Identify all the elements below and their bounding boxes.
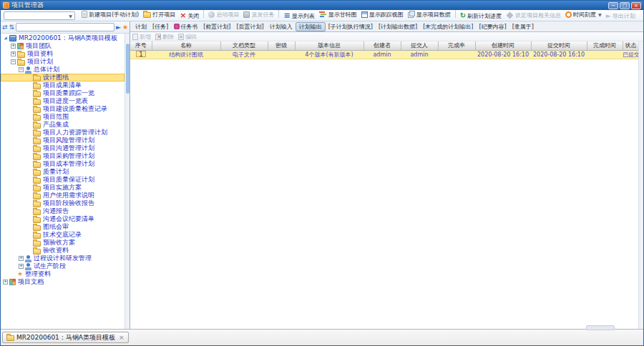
tree-item-label: 项目范围 [43, 113, 69, 121]
tree-item-16[interactable]: 项目成本管理计划 [1, 160, 125, 168]
sidebar-scrollbar-thumb[interactable] [126, 44, 130, 94]
body: ⇄ ⇅ ► ★ ◢MR20200601：马钢A类项目模板+项目团队+项目资料−项… [1, 21, 643, 329]
tree-item-1[interactable]: +项目团队 [1, 42, 125, 50]
minimize-button[interactable]: ─ [608, 2, 618, 9]
tree-item-0[interactable]: ◢MR20200601：马钢A类项目模板 [1, 34, 125, 42]
close-project-icon[interactable]: × [119, 334, 125, 341]
toolbar-button-track[interactable]: 显示跟踪视图 [359, 10, 406, 20]
star-icon [17, 270, 23, 278]
tree-item-3[interactable]: −项目计划 [1, 58, 125, 66]
column-header[interactable]: 序号 [130, 41, 152, 50]
tab-0[interactable]: 计划 [132, 22, 150, 31]
toolbar-button-new-doc[interactable]: 新建项目(手动计划) [79, 10, 141, 19]
tab-6[interactable]: 计划输出 [296, 22, 326, 31]
expand-icon[interactable]: + [19, 264, 24, 269]
tree-item-17[interactable]: 质量计划 [1, 168, 125, 176]
tree-item-2[interactable]: +项目资料 [1, 50, 125, 58]
tree-item-23[interactable]: 沟通会议纪要清单 [1, 215, 125, 223]
toolbar-button-refresh[interactable]: 刷新计划进度 [458, 11, 504, 21]
tree-item-21[interactable]: 项目阶段验收报告 [1, 199, 125, 207]
toolbar-button-data[interactable]: 显示项目数据 [406, 10, 453, 19]
tree-item-22[interactable]: 沟通报告 [1, 207, 125, 215]
tab-3[interactable]: [前置计划] [200, 22, 233, 31]
tab-label: [任务] [152, 22, 168, 31]
tab-1[interactable]: [任务] [150, 22, 171, 31]
tree-item-13[interactable]: 项目风险管理计划 [1, 137, 125, 144]
table-scrollbar[interactable] [638, 41, 643, 329]
column-header[interactable]: 提交人 [401, 41, 438, 50]
tree-item-26[interactable]: 预验收方案 [1, 239, 125, 247]
toolbar-button-close-x[interactable]: 关闭 [177, 11, 201, 21]
tree-item-19[interactable]: 项目实施方案 [1, 184, 125, 192]
tab-11[interactable]: [隶属于] [509, 22, 537, 31]
expand-icon[interactable]: + [3, 280, 8, 285]
tree-item-27[interactable]: 验收资料 [1, 247, 125, 254]
tree-item-12[interactable]: 项目人力资源管理计划 [1, 129, 125, 137]
tab-10[interactable]: [纪要内容] [477, 22, 509, 31]
expand-icon[interactable]: + [11, 51, 16, 56]
tree-item-10[interactable]: 项目范围 [1, 113, 125, 121]
project-combo[interactable]: ▼ [4, 11, 75, 20]
folder-icon [33, 209, 41, 215]
tree-item-25[interactable]: 技术交底记录 [1, 231, 125, 239]
tree-item-28[interactable]: +过程设计和研发管理 [1, 254, 125, 262]
column-header[interactable]: 名称 [152, 41, 220, 50]
toolbar-button-gantt[interactable]: 显示甘特图 [317, 10, 359, 19]
expand-icon[interactable]: + [19, 256, 24, 261]
tree-item-11[interactable]: 产品集成 [1, 121, 125, 129]
maximize-button[interactable]: □ [620, 2, 630, 9]
tab-5[interactable]: 计划输入 [267, 22, 296, 31]
folder-icon [33, 139, 41, 144]
search-go-icon[interactable]: ► [116, 23, 121, 31]
search-filter-icon[interactable]: ★ [122, 23, 128, 31]
tree-item-8[interactable]: 项目进度一览表 [1, 97, 125, 105]
collapse-icon[interactable]: − [11, 59, 16, 64]
close-button[interactable]: × [631, 2, 641, 9]
folder-icon [33, 186, 41, 192]
search-input[interactable] [16, 23, 114, 31]
column-header[interactable]: 创建时间 [475, 41, 531, 50]
tab-9[interactable]: [未完成的计划输出] [420, 22, 476, 31]
column-header[interactable]: 完成率 [438, 41, 475, 50]
tree-item-4[interactable]: −总体计划 [1, 66, 125, 74]
tree-item-14[interactable]: 项目沟通管理计划 [1, 144, 125, 152]
tree-item-15[interactable]: 项目采购管理计划 [1, 152, 125, 160]
column-header[interactable]: 完成时间 [587, 41, 623, 50]
toolbar-button-clock[interactable]: 时间刻度▼ [563, 10, 604, 20]
column-header[interactable]: 密级 [268, 41, 295, 50]
sidebar-scrollbar[interactable] [125, 34, 130, 329]
tree-item-30[interactable]: 整理资料 [1, 270, 125, 278]
column-header[interactable]: 提交时间 [531, 41, 587, 50]
tree-item-7[interactable]: 项目质量跟踪一览 [1, 89, 125, 97]
tree-item-9[interactable]: 项目建设质量检查记录 [1, 105, 125, 113]
tab-8[interactable]: [计划输出数据] [376, 22, 420, 31]
person-icon [25, 255, 31, 262]
column-header[interactable]: 状态 [623, 41, 639, 50]
collapse-icon[interactable]: ◢ [3, 36, 8, 41]
tab-7[interactable]: [子计划执行情况] [326, 22, 376, 31]
toolbar-button-open-folder[interactable]: 打开项目 [141, 10, 177, 19]
sort-icon[interactable]: ⇅ [9, 23, 15, 31]
tab-4[interactable]: [后置计划] [234, 22, 267, 31]
tree-item-20[interactable]: 用户使用需求说明 [1, 192, 125, 199]
refresh-tree-icon[interactable]: ⇄ [2, 23, 8, 31]
column-header[interactable]: 文档类型 [220, 41, 268, 50]
refresh-icon [460, 12, 466, 19]
tree-item-label: 整理资料 [25, 270, 51, 278]
tree-item-18[interactable]: 项目质量保证计划 [1, 176, 125, 184]
tree-item-6[interactable]: 项目成果清单 [1, 81, 125, 89]
table-row[interactable]: 1结构设计图纸电子文件4个版本(有新版本)adminadmin2020-08-2… [130, 50, 639, 59]
tab-2[interactable]: 任务书 [171, 22, 200, 31]
toolbar-button-label: 显示跟踪视图 [369, 11, 404, 19]
column-header[interactable]: 版本信息 [295, 41, 364, 50]
column-header[interactable]: 创建者 [364, 41, 401, 50]
collapse-icon[interactable]: − [19, 67, 24, 72]
tree-item-31[interactable]: +项目文档 [1, 278, 125, 286]
toolbar-button-list[interactable]: 显示列表 [281, 11, 316, 21]
tree-item-label: 质量计划 [43, 168, 69, 176]
open-project-tab[interactable]: MR20200601：马钢A类项目模板 × [2, 332, 129, 343]
tree-item-24[interactable]: 图纸会审 [1, 223, 125, 231]
expand-icon[interactable]: + [11, 44, 16, 49]
tree-item-5[interactable]: 设计图纸 [1, 74, 125, 81]
tree-item-29[interactable]: +试生产阶段 [1, 262, 125, 270]
